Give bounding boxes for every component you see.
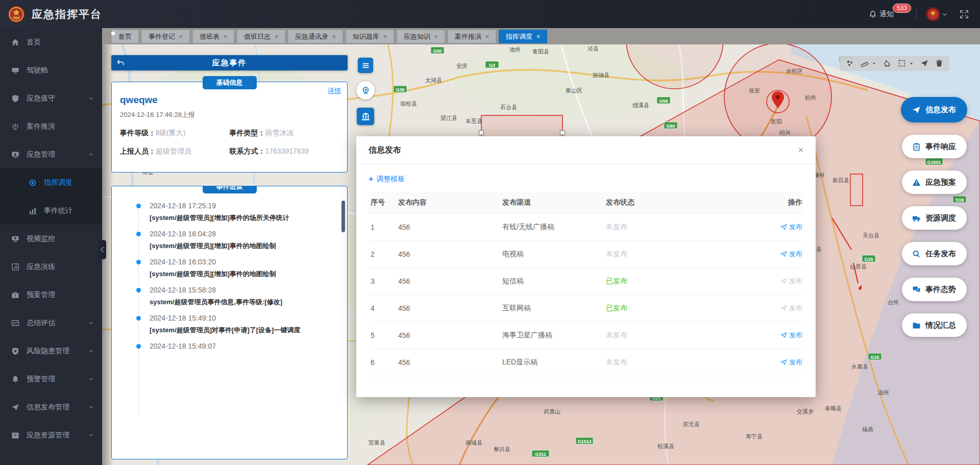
- sidebar-collapse-handle[interactable]: [99, 240, 106, 259]
- svg-text:绩溪县: 绩溪县: [632, 102, 649, 108]
- chevron-down-icon: [88, 376, 94, 382]
- caret-down-icon[interactable]: [872, 61, 876, 66]
- publish-button[interactable]: 发布: [780, 223, 802, 232]
- tab-首页[interactable]: 首页: [111, 30, 139, 43]
- tab-close-icon[interactable]: ×: [224, 33, 227, 40]
- tab-值班表[interactable]: 值班表×: [192, 30, 234, 43]
- map-control-layers-menu[interactable]: [358, 58, 373, 73]
- sidebar-item-emergency-mgmt[interactable]: 应急管理: [0, 140, 102, 168]
- tab-close-icon[interactable]: ×: [383, 33, 387, 40]
- cluster-icon[interactable]: [846, 59, 854, 67]
- sidebar-item-info-publish-mgmt[interactable]: 信息发布管理: [0, 393, 102, 421]
- app-body: 首页驾驶舱应急值守案件推演应急管理指挥调度事件统计视频监控应急演练预案管理总结评…: [0, 28, 980, 465]
- close-icon[interactable]: ×: [798, 145, 803, 155]
- timeline-time: 2024-12-18 16:03:20: [150, 258, 340, 266]
- sidebar-item-case-deduction[interactable]: 案件推演: [0, 112, 102, 140]
- svg-text:天台县: 天台县: [863, 232, 879, 238]
- action-button-event-situation[interactable]: 事件态势: [902, 278, 967, 301]
- tab-close-icon[interactable]: ×: [536, 33, 540, 40]
- sidebar-item-plan-mgmt[interactable]: 预案管理: [0, 281, 102, 309]
- event-panel: 应急事件 基础信息 详情 qweqwe 2024-12-16 17:46:28上…: [111, 55, 348, 450]
- action-button-emergency-plan[interactable]: 应急预案: [902, 170, 967, 194]
- sidebar-item-command-dispatch[interactable]: 指挥调度: [0, 168, 102, 197]
- back-icon[interactable]: [116, 58, 125, 67]
- timeline-scrollbar[interactable]: [341, 201, 345, 232]
- svg-text:望江县: 望江县: [440, 115, 457, 121]
- tab-案件推演[interactable]: 案件推演×: [448, 30, 496, 43]
- detail-link[interactable]: 详情: [328, 86, 341, 95]
- tab-close-icon[interactable]: ×: [434, 33, 438, 40]
- action-button-info-publish[interactable]: 信息发布: [901, 97, 967, 123]
- building-icon: [361, 112, 370, 121]
- svg-text:杭州: 杭州: [804, 94, 816, 101]
- map-region: G35G50G3G56G60G92G15G15G25G1501S19G205G3…: [102, 28, 980, 465]
- publish-button[interactable]: 发布: [780, 358, 802, 367]
- sidebar-item-resource-mgmt[interactable]: 应急资源管理: [0, 421, 102, 449]
- notification-button[interactable]: 通知 533: [869, 10, 894, 19]
- publish-button[interactable]: 发布: [780, 331, 802, 340]
- fullscreen-icon[interactable]: [960, 10, 969, 19]
- action-button-task-publish[interactable]: 任务发布: [902, 242, 967, 265]
- publish-button-label: 发布: [789, 250, 802, 259]
- svg-text:松溪县: 松溪县: [657, 443, 674, 449]
- action-button-event-response[interactable]: 事件响应: [902, 135, 967, 158]
- sidebar-item-cockpit[interactable]: 驾驶舱: [0, 56, 102, 84]
- tab-label: 应急通讯录: [295, 32, 328, 41]
- sidebar-item-emergency-duty[interactable]: 应急值守: [0, 84, 102, 112]
- tab-应急通讯录[interactable]: 应急通讯录×: [288, 30, 343, 43]
- tab-应急知识[interactable]: 应急知识×: [397, 30, 445, 43]
- svg-text:宜黄县: 宜黄县: [369, 439, 385, 446]
- sidebar-item-event-stats[interactable]: 事件统计: [0, 197, 102, 225]
- map-control-building[interactable]: [357, 108, 374, 125]
- tab-指挥调度[interactable]: 指挥调度×: [499, 30, 547, 43]
- publish-button-label: 发布: [789, 277, 802, 286]
- svg-text:台州: 台州: [888, 299, 899, 305]
- tab-close-icon[interactable]: ×: [332, 33, 336, 40]
- action-button-situation-summary[interactable]: 情况汇总: [902, 313, 967, 337]
- timeline-dot: [136, 204, 141, 208]
- svg-text:G1514: G1514: [577, 439, 591, 444]
- action-button-resource-dispatch[interactable]: 资源调度: [902, 206, 967, 230]
- sidebar-item-label: 指挥调度: [44, 178, 72, 187]
- sidebar-item-risk-hazard-mgmt[interactable]: 风险隐患管理: [0, 337, 102, 365]
- marker-icon[interactable]: [920, 59, 928, 67]
- adjust-template-button[interactable]: + 调整模板: [369, 175, 405, 184]
- eraser-icon[interactable]: [883, 59, 891, 67]
- sidebar-item-label: 预案管理: [27, 290, 55, 300]
- tab-label: 指挥调度: [506, 32, 532, 41]
- tab-知识题库[interactable]: 知识题库×: [346, 30, 394, 43]
- tab-值班日志[interactable]: 值班日志×: [237, 30, 285, 43]
- chevron-down-icon: [88, 95, 94, 101]
- avatar[interactable]: [926, 7, 940, 21]
- svg-text:临安: 临安: [749, 87, 760, 93]
- timeline-item: 2024-12-18 15:49:07: [136, 342, 340, 350]
- caret-down-icon[interactable]: [909, 61, 914, 66]
- menu-icon: [361, 61, 370, 70]
- user-menu[interactable]: [926, 7, 947, 21]
- tab-close-icon[interactable]: ×: [179, 33, 183, 40]
- tab-close-icon[interactable]: ×: [275, 33, 278, 40]
- svg-text:G35: G35: [396, 87, 404, 92]
- table-row: 3456短信稿已发布发布: [369, 268, 803, 295]
- measure-icon[interactable]: [861, 59, 869, 67]
- chevron-down-icon: [942, 12, 947, 17]
- map-control-camera[interactable]: [356, 81, 375, 100]
- sidebar-item-summary-evaluation[interactable]: 总结评估: [0, 309, 102, 337]
- cell-channel: 电视稿: [500, 250, 604, 259]
- svg-text:庆元县: 庆元县: [683, 421, 700, 427]
- svg-text:南城县: 南城县: [465, 439, 482, 446]
- svg-text:旌德县: 旌德县: [593, 72, 609, 78]
- publish-button[interactable]: 发布: [780, 250, 802, 259]
- tab-事件登记[interactable]: 事件登记×: [141, 30, 190, 43]
- tab-label: 应急知识: [404, 32, 430, 41]
- sidebar-item-emergency-drill[interactable]: 应急演练: [0, 253, 102, 281]
- sidebar-item-video-monitor[interactable]: 视频监控: [0, 225, 102, 253]
- tab-close-icon[interactable]: ×: [485, 33, 489, 40]
- shape-icon[interactable]: [898, 59, 906, 67]
- trash-icon[interactable]: [935, 59, 943, 67]
- timeline-text: [system/超级管理员][增加]事件的场所关停统计: [150, 213, 340, 223]
- sidebar-item-home[interactable]: 首页: [0, 28, 102, 56]
- cell-channel: 有线/无线广播稿: [500, 223, 604, 232]
- sidebar-item-warning-mgmt[interactable]: 预警管理: [0, 365, 102, 393]
- sendo-icon: [780, 251, 787, 257]
